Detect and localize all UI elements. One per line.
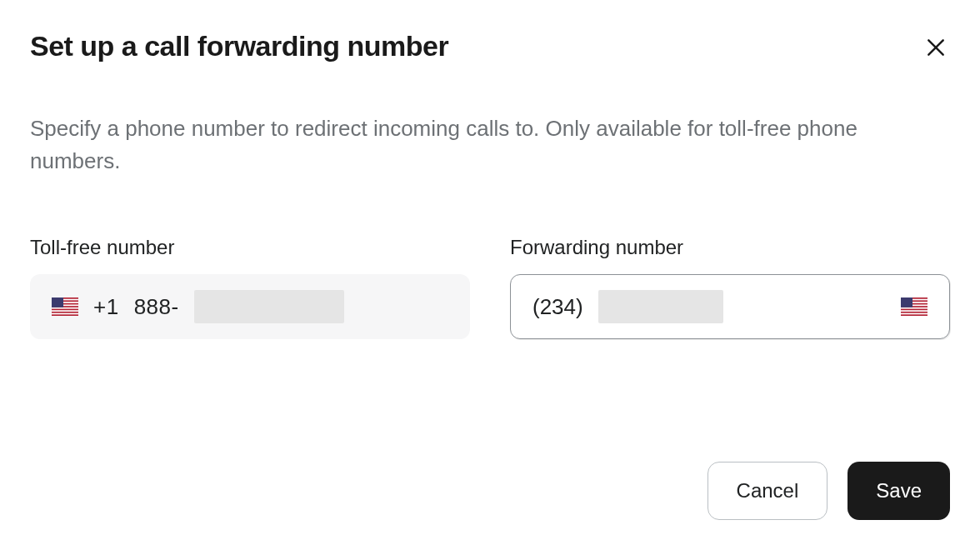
svg-rect-8	[52, 313, 78, 315]
fields-row: Toll-free number +1 888- Forwarding numb	[30, 236, 950, 339]
close-icon	[925, 37, 947, 58]
forwarding-input[interactable]: (234)	[510, 274, 950, 339]
us-flag-icon[interactable]	[901, 298, 928, 316]
forwarding-number-redacted	[598, 290, 723, 323]
forwarding-number-visible: (234)	[532, 294, 583, 320]
forwarding-label: Forwarding number	[510, 236, 950, 259]
svg-rect-16	[901, 313, 928, 315]
modal-description: Specify a phone number to redirect incom…	[30, 112, 947, 178]
tollfree-label: Toll-free number	[30, 236, 470, 259]
tollfree-readonly-field: +1 888-	[30, 274, 470, 339]
svg-rect-7	[52, 310, 78, 312]
cancel-button[interactable]: Cancel	[708, 462, 828, 520]
us-flag-icon	[52, 298, 78, 316]
tollfree-number-redacted	[194, 290, 344, 323]
tollfree-prefix: +1	[93, 294, 119, 320]
tollfree-field-group: Toll-free number +1 888-	[30, 236, 470, 339]
svg-rect-17	[901, 298, 912, 308]
modal-title: Set up a call forwarding number	[30, 30, 448, 62]
close-button[interactable]	[922, 33, 950, 62]
svg-rect-14	[901, 308, 928, 309]
save-button[interactable]: Save	[848, 462, 950, 520]
tollfree-number-visible: 888-	[134, 294, 179, 320]
modal-footer: Cancel Save	[708, 462, 950, 520]
modal-header: Set up a call forwarding number	[30, 30, 950, 62]
svg-rect-9	[52, 298, 63, 308]
svg-rect-15	[901, 310, 928, 312]
forwarding-field-group: Forwarding number (234)	[510, 236, 950, 339]
svg-rect-6	[52, 308, 78, 309]
